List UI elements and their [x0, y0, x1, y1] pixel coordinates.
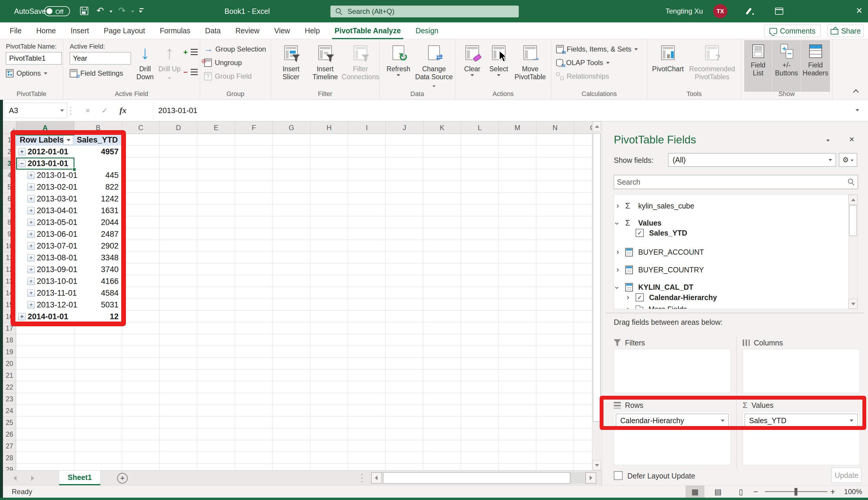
expand-formula-bar-icon[interactable]	[856, 109, 859, 111]
refresh-button[interactable]: ↻ Refresh	[383, 41, 414, 90]
row-header-27[interactable]: 27	[3, 440, 16, 452]
ink-pen-icon[interactable]	[747, 7, 755, 15]
tab-insert[interactable]: Insert	[63, 22, 96, 39]
row-header-20[interactable]: 20	[3, 358, 16, 370]
column-header-g[interactable]: G	[273, 121, 310, 134]
undo-dropdown-icon[interactable]	[109, 11, 113, 13]
horizontal-scroll-track[interactable]	[570, 472, 586, 484]
column-header-e[interactable]: E	[197, 121, 235, 134]
field-item-kylin-sales-cube[interactable]: ›Σkylin_sales_cube	[614, 201, 847, 211]
autosave-toggle[interactable]: Off	[44, 6, 70, 16]
fields-list-scrollbar[interactable]	[848, 195, 858, 309]
expand-chevron-icon[interactable]: ›	[627, 292, 629, 303]
page-layout-view-button[interactable]: ▤	[708, 486, 727, 498]
zoom-level[interactable]: 100%	[841, 486, 862, 498]
tab-review[interactable]: Review	[228, 22, 267, 39]
column-header-f[interactable]: F	[235, 121, 273, 134]
column-header-o[interactable]: O	[574, 121, 592, 134]
formula-input[interactable]: 2013-01-01	[158, 100, 197, 121]
fields-search-input[interactable]: Search	[614, 175, 858, 189]
show-fields-dropdown[interactable]: (All)	[668, 153, 836, 167]
maximize-button[interactable]	[823, 0, 844, 22]
expand-chevron-icon[interactable]: ›	[617, 264, 619, 275]
tab-data[interactable]: Data	[198, 22, 228, 39]
tab-design[interactable]: Design	[408, 22, 446, 39]
pivotchart-button[interactable]: PivotChart	[650, 41, 685, 90]
quick-access-customize-icon[interactable]	[140, 8, 144, 9]
avatar[interactable]: TX	[713, 4, 727, 18]
ungroup-button[interactable]: ⊘ Ungroup	[204, 57, 242, 69]
scroll-up-button[interactable]	[593, 121, 601, 131]
tab-home[interactable]: Home	[29, 22, 63, 39]
comments-button[interactable]: Comments	[764, 25, 821, 37]
tab-page-layout[interactable]: Page Layout	[96, 22, 152, 39]
collapse-chevron-icon[interactable]: ›	[614, 222, 622, 225]
row-header-24[interactable]: 24	[3, 405, 16, 417]
field-item-more-fields[interactable]: ›More Fields	[614, 304, 847, 309]
minimize-button[interactable]	[795, 0, 816, 22]
drill-down-button[interactable]: ↓ Drill Down	[133, 41, 157, 90]
fields-items-sets-button[interactable]: fx Fields, Items, & Sets	[556, 43, 638, 55]
page-break-view-button[interactable]: ▯	[731, 486, 750, 498]
row-header-21[interactable]: 21	[3, 370, 16, 381]
column-header-l[interactable]: L	[461, 121, 499, 134]
field-item-sales-ytd[interactable]: ✓Sales_YTD	[614, 228, 847, 238]
filters-drop-area[interactable]	[614, 349, 731, 393]
zoom-out-button[interactable]: −	[753, 486, 758, 498]
column-header-d[interactable]: D	[160, 121, 197, 134]
collapse-field-button[interactable]: −	[183, 66, 198, 78]
search-input[interactable]: Search (Alt+Q)	[330, 5, 519, 18]
options-button[interactable]: Options	[6, 67, 47, 79]
insert-slicer-button[interactable]: Insert Slicer	[275, 41, 307, 90]
fields-scroll-down-button[interactable]	[848, 299, 857, 309]
scroll-left-button[interactable]	[371, 472, 382, 484]
group-selection-button[interactable]: → Group Selection	[204, 43, 266, 55]
row-header-25[interactable]: 25	[3, 417, 16, 429]
ribbon-display-options-icon[interactable]	[775, 8, 783, 15]
pane-close-icon[interactable]: ×	[849, 134, 855, 144]
row-header-18[interactable]: 18	[3, 334, 16, 346]
field-item-buyer-country[interactable]: ›BUYER_COUNTRY	[614, 264, 847, 275]
field-headers-toggle[interactable]: Field Headers	[801, 40, 830, 92]
close-button[interactable]: ×	[849, 0, 868, 22]
scroll-down-button[interactable]	[593, 460, 601, 470]
quick-access-caret-icon[interactable]	[139, 11, 142, 13]
field-item-kylin-cal-dt[interactable]: ›KYLIN_CAL_DT	[614, 282, 847, 292]
column-header-m[interactable]: M	[499, 121, 536, 134]
columns-drop-area[interactable]	[743, 349, 860, 393]
row-header-22[interactable]: 22	[3, 381, 16, 393]
column-header-h[interactable]: H	[310, 121, 348, 134]
insert-timeline-button[interactable]: Insert Timeline	[308, 41, 342, 90]
collapse-chevron-icon[interactable]: ›	[614, 286, 622, 289]
field-item-buyer-account[interactable]: ›BUYER_ACCOUNT	[614, 247, 847, 257]
expand-chevron-icon[interactable]: ›	[627, 304, 629, 309]
expand-chevron-icon[interactable]: ›	[617, 201, 619, 211]
field-checkbox-checked[interactable]: ✓	[635, 293, 644, 302]
change-data-source-button[interactable]: ⇄ Change Data Source	[415, 41, 453, 90]
tab-scroll-splitter[interactable]	[361, 474, 363, 482]
column-header-c[interactable]: C	[122, 121, 160, 134]
field-item-values[interactable]: ›ΣValues	[614, 218, 847, 228]
defer-layout-checkbox[interactable]	[614, 471, 623, 480]
plus-minus-buttons-toggle[interactable]: +− +/- Buttons	[772, 40, 801, 92]
scroll-right-button[interactable]	[586, 472, 596, 484]
row-header-28[interactable]: 28	[3, 452, 16, 464]
field-settings-button[interactable]: ⚙ Field Settings	[70, 67, 123, 79]
pane-options-caret-icon[interactable]	[826, 139, 830, 141]
tab-pivottable-analyze[interactable]: PivotTable Analyze	[327, 22, 408, 39]
clear-button[interactable]: Clear	[459, 41, 485, 90]
expand-field-button[interactable]: +	[183, 46, 198, 58]
field-checkbox-checked[interactable]: ✓	[635, 229, 644, 237]
zoom-slider-thumb[interactable]	[795, 488, 797, 496]
column-header-j[interactable]: J	[386, 121, 423, 134]
tab-formulas[interactable]: Formulas	[152, 22, 198, 39]
name-box[interactable]: A3	[4, 103, 67, 118]
insert-function-icon[interactable]: fx	[115, 103, 131, 118]
pivottable-name-input[interactable]: PivotTable1	[6, 52, 62, 65]
row-header-23[interactable]: 23	[3, 393, 16, 405]
select-button[interactable]: Select	[485, 41, 512, 90]
share-button[interactable]: Share	[828, 25, 864, 37]
active-field-input[interactable]: Year	[70, 52, 131, 65]
move-pivottable-button[interactable]: → Move PivotTable	[512, 41, 549, 90]
expand-chevron-icon[interactable]: ›	[617, 247, 619, 257]
